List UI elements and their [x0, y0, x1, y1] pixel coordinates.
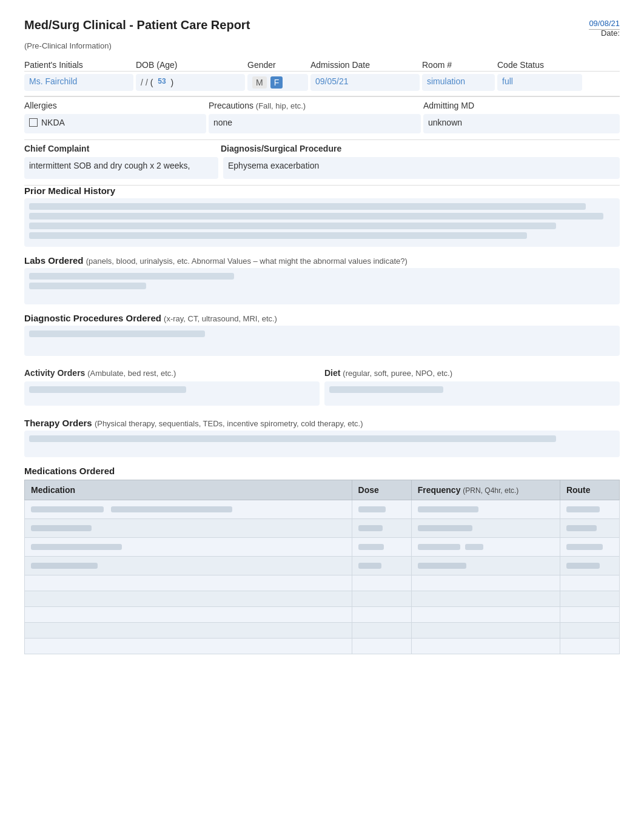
- pmh-line-3: [29, 223, 556, 229]
- pmh-content[interactable]: [24, 198, 620, 247]
- act-diet-values: [24, 379, 620, 412]
- col-dob-label: DOB (Age): [136, 60, 245, 70]
- med-row-8-dose: [352, 623, 411, 639]
- med-blurred-1c: [358, 506, 386, 512]
- patient-code-status: full: [502, 76, 513, 86]
- med-row-6-freq: [411, 591, 560, 607]
- med-blurred-1a: [31, 506, 104, 512]
- med-header-frequency: Frequency: [418, 485, 461, 495]
- activity-content[interactable]: [24, 381, 320, 406]
- med-row-3-med: [25, 538, 352, 557]
- patient-dob-cell: / / ( 53 ): [136, 74, 245, 91]
- nkda-checkbox[interactable]: [29, 118, 38, 127]
- labs-line-1: [29, 273, 234, 280]
- med-blurred-1e: [566, 506, 600, 512]
- medications-table: Medication Dose Frequency (PRN, Q4hr, et…: [24, 480, 620, 654]
- patient-room-cell: simulation: [422, 74, 495, 91]
- med-row-9-med: [25, 639, 352, 654]
- diagnostic-procedures-section: Diagnostic Procedures Ordered (x-ray, CT…: [24, 313, 620, 356]
- allergies-label: Allergies: [24, 101, 206, 110]
- patient-code-cell: full: [497, 74, 582, 91]
- med-blurred-3d: [465, 544, 483, 550]
- med-blurred-3a: [31, 544, 122, 550]
- precautions-note: (Fall, hip, etc.): [256, 101, 306, 110]
- med-header-route: Route: [566, 485, 591, 495]
- age-paren-close: ): [169, 78, 174, 87]
- nkda-row: NKDA: [29, 118, 201, 127]
- precautions-value: none: [213, 118, 232, 127]
- cc-label: Chief Complaint: [24, 144, 218, 153]
- med-col-dose: Dose: [352, 480, 411, 500]
- med-row-3-route: [560, 538, 619, 557]
- diet-content[interactable]: [324, 381, 620, 406]
- activity-label-text: Activity Orders: [24, 368, 85, 378]
- diet-label: Diet (regular, soft, puree, NPO, etc.): [324, 368, 620, 378]
- admitting-md-value: unknown: [428, 118, 462, 127]
- col-gender-label: Gender: [247, 60, 308, 70]
- gender-m: M: [252, 76, 267, 89]
- diag-proc-content[interactable]: [24, 326, 620, 356]
- med-row-1-route: [560, 500, 619, 519]
- activity-line-1: [29, 386, 186, 393]
- patient-info-header: Patient's Initials DOB (Age) Gender Admi…: [24, 56, 620, 72]
- med-row-4: [25, 557, 620, 575]
- med-blurred-3b: [358, 544, 384, 550]
- pre-clinical-label: (Pre-Clinical Information): [24, 41, 620, 50]
- dob-slash1: /: [141, 78, 143, 87]
- allergies-cell: NKDA: [24, 114, 206, 133]
- admitting-md-cell: unknown: [423, 114, 620, 133]
- med-row-6: [25, 591, 620, 607]
- med-row-3: [25, 538, 620, 557]
- med-row-2-freq: [411, 519, 560, 538]
- diet-line-1: [329, 386, 443, 393]
- cc-cell: intermittent SOB and dry cough x 2 weeks…: [24, 157, 218, 179]
- col-admission-label: Admission Date: [310, 60, 420, 70]
- med-header-frequency-note: (PRN, Q4hr, etc.): [463, 486, 518, 495]
- diag-proc-label: Diagnostic Procedures Ordered: [24, 313, 161, 323]
- act-diet-header: Activity Orders (Ambulate, bed rest, etc…: [24, 364, 620, 379]
- pmh-line-4: [29, 232, 527, 239]
- med-row-4-med: [25, 557, 352, 575]
- cc-value: intermittent SOB and dry cough x 2 weeks…: [29, 161, 190, 170]
- col-code-label: Code Status: [497, 60, 582, 70]
- col-room-label: Room #: [422, 60, 495, 70]
- med-row-7: [25, 607, 620, 623]
- med-col-frequency: Frequency (PRN, Q4hr, etc.): [411, 480, 560, 500]
- med-row-5-med: [25, 575, 352, 591]
- med-blurred-4d: [566, 563, 600, 569]
- patient-initials: Ms. Fairchild: [29, 76, 77, 86]
- pmh-line-1: [29, 203, 586, 210]
- med-header-dose: Dose: [358, 485, 379, 495]
- nkda-text: NKDA: [41, 118, 65, 127]
- labs-title: Labs Ordered (panels, blood, urinalysis,…: [24, 255, 620, 266]
- med-row-8-route: [560, 623, 619, 639]
- patient-age: 53: [158, 77, 166, 86]
- med-blurred-2b: [358, 525, 383, 531]
- dob-slash2: /: [146, 78, 148, 87]
- med-row-3-dose: [352, 538, 411, 557]
- med-row-6-route: [560, 591, 619, 607]
- med-row-7-med: [25, 607, 352, 623]
- patient-info-values: Ms. Fairchild / / ( 53 ) M F 09/05/21 si…: [24, 72, 620, 97]
- med-row-1: [25, 500, 620, 519]
- gender-f: F: [270, 76, 283, 89]
- med-blurred-2c: [418, 525, 472, 531]
- med-row-5-freq: [411, 575, 560, 591]
- diag-proc-note: (x-ray, CT, ultrasound, MRI, etc.): [164, 314, 277, 323]
- med-row-9-freq: [411, 639, 560, 654]
- patient-initials-cell: Ms. Fairchild: [24, 74, 133, 91]
- precautions-cell: none: [209, 114, 421, 133]
- med-row-7-freq: [411, 607, 560, 623]
- patient-gender-cell: M F: [247, 74, 308, 91]
- med-row-5: [25, 575, 620, 591]
- med-row-2: [25, 519, 620, 538]
- labs-content[interactable]: [24, 268, 620, 304]
- therapy-content[interactable]: [24, 431, 620, 457]
- activity-note: (Ambulate, bed rest, etc.): [87, 369, 176, 378]
- med-row-1-med: [25, 500, 352, 519]
- med-row-3-freq: [411, 538, 560, 557]
- med-row-2-med: [25, 519, 352, 538]
- therapy-note: (Physical therapy, sequentials, TEDs, in…: [95, 419, 363, 428]
- medications-section: Medications Ordered Medication Dose Freq…: [24, 466, 620, 654]
- precautions-label: Precautions (Fall, hip, etc.): [209, 101, 421, 110]
